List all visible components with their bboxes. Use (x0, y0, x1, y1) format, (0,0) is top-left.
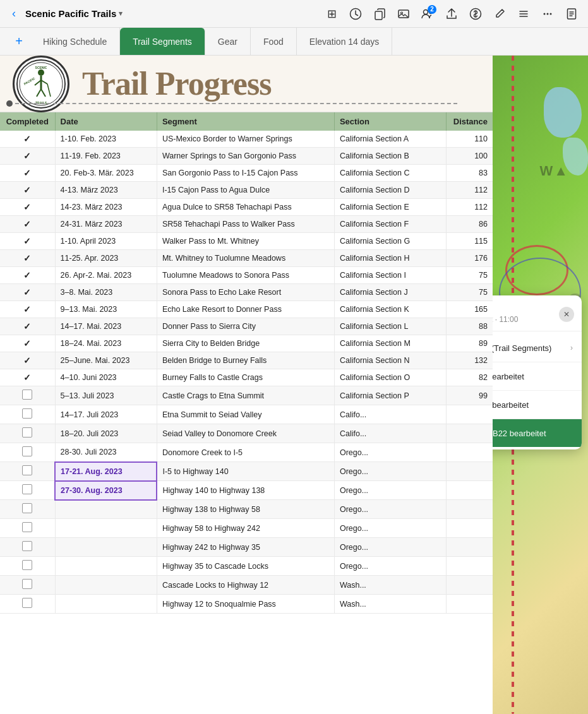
table-row[interactable]: Highway 58 to Highway 242Orego... (0, 519, 493, 538)
cell-section: California Section C (334, 165, 446, 182)
tab-trail-segments[interactable]: Trail Segments (120, 28, 205, 55)
table-row[interactable]: ✓11-25. Apr. 2023Mt. Whitney to Tuolumne… (0, 250, 493, 267)
checkbox-empty-icon[interactable] (22, 408, 32, 419)
table-row[interactable]: ✓4–10. Juni 2023Burney Falls to Castle C… (0, 369, 493, 386)
cell-completed[interactable] (0, 576, 55, 595)
table-row[interactable]: 18–20. Juli 2023Seiad Valley to Donomore… (0, 424, 493, 443)
table-row[interactable]: ✓14-23. März 2023Agua Dulce to SR58 Teha… (0, 199, 493, 216)
table-row[interactable]: 27-30. Aug. 2023Highway 140 to Highway 1… (0, 481, 493, 500)
table-row[interactable]: Highway 242 to Highway 35Orego... (0, 538, 493, 557)
tab-food[interactable]: Food (251, 28, 297, 55)
table-row[interactable]: ✓20. Feb-3. Mär. 2023San Gorgonio Pass t… (0, 165, 493, 182)
table-row[interactable]: 14–17. Juli 2023Etna Summit to Seiad Val… (0, 405, 493, 424)
cell-completed[interactable]: ✓ (0, 267, 55, 284)
checkbox-empty-icon[interactable] (22, 446, 32, 456)
tab-hiking-schedule[interactable]: Hiking Schedule (30, 28, 120, 55)
cell-completed[interactable] (0, 500, 55, 519)
data-table[interactable]: Completed Date Segment Section Distance … (0, 112, 493, 714)
cell-completed[interactable]: ✓ (0, 148, 55, 165)
cell-completed[interactable] (0, 462, 55, 481)
checkbox-empty-icon[interactable] (22, 598, 32, 608)
comment-item-3[interactable]: Zellen BB221 und B22 bearbeitet (493, 419, 582, 447)
cell-completed[interactable] (0, 595, 55, 614)
cell-completed[interactable]: ✓ (0, 216, 55, 233)
list-icon[interactable] (512, 3, 535, 25)
checkbox-empty-icon[interactable] (22, 522, 32, 532)
clock-icon[interactable] (344, 3, 367, 25)
tab-elevation[interactable]: Elevation 14 days (297, 28, 393, 55)
cell-completed[interactable] (0, 424, 55, 443)
checkbox-empty-icon[interactable] (22, 427, 32, 437)
comment-item-2[interactable]: Zellen in B11:B20 bearbeitet (493, 391, 582, 419)
cell-completed[interactable]: ✓ (0, 301, 55, 318)
cell-distance (446, 462, 493, 481)
cell-completed[interactable]: ✓ (0, 199, 55, 216)
checkbox-empty-icon[interactable] (22, 465, 32, 475)
table-row[interactable]: ✓11-19. Feb. 2023Warner Springs to San G… (0, 148, 493, 165)
cell-completed[interactable]: ✓ (0, 352, 55, 369)
table-row[interactable]: Highway 12 to Snoqualmie PassWash... (0, 595, 493, 614)
cell-completed[interactable] (0, 557, 55, 576)
cell-completed[interactable]: ✓ (0, 335, 55, 352)
cell-segment: Highway 35 to Cascade Locks (157, 557, 334, 576)
table-row[interactable]: ✓25–June. Mai. 2023Belden Bridge to Burn… (0, 352, 493, 369)
cell-completed[interactable]: ✓ (0, 182, 55, 199)
table-row[interactable]: Cascade Locks to Highway 12Wash... (0, 576, 493, 595)
cell-segment: Highway 58 to Highway 242 (157, 519, 334, 538)
checkbox-empty-icon[interactable] (22, 503, 32, 513)
checkbox-empty-icon[interactable] (22, 484, 32, 494)
table-row[interactable]: ✓24-31. März 2023SR58 Tehachapi Pass to … (0, 216, 493, 233)
cell-completed[interactable]: ✓ (0, 369, 55, 386)
table-row[interactable]: Highway 138 to Highway 58Orego... (0, 500, 493, 519)
cell-date (55, 500, 157, 519)
checkbox-empty-icon[interactable] (22, 560, 32, 570)
table-row[interactable]: 17-21. Aug. 2023I-5 to Highway 140Orego.… (0, 462, 493, 481)
cell-completed[interactable]: ✓ (0, 233, 55, 250)
comment-section-title-row[interactable]: Section Schedule (Trail Segments) › (493, 334, 582, 362)
cell-completed[interactable] (0, 405, 55, 424)
photo-icon[interactable] (392, 3, 415, 25)
comment-item-1[interactable]: Zellen in B2:B10 bearbeitet (493, 362, 582, 391)
currency-icon[interactable] (464, 3, 487, 25)
collab-icon[interactable]: 2 (416, 3, 439, 25)
cell-completed[interactable] (0, 386, 55, 405)
cell-completed[interactable] (0, 538, 55, 557)
cell-completed[interactable] (0, 519, 55, 538)
checkbox-empty-icon[interactable] (22, 390, 32, 400)
grid-icon[interactable]: ⊞ (320, 3, 343, 25)
back-button[interactable]: ‹ (5, 5, 23, 23)
table-row[interactable]: ✓1-10. April 2023Walker Pass to Mt. Whit… (0, 233, 493, 250)
table-row[interactable]: ✓18–24. Mai. 2023Sierra City to Belden B… (0, 335, 493, 352)
cell-completed[interactable]: ✓ (0, 284, 55, 301)
cell-completed[interactable]: ✓ (0, 318, 55, 335)
cell-completed[interactable]: ✓ (0, 250, 55, 267)
table-row[interactable]: ✓9–13. Mai. 2023Echo Lake Resort to Donn… (0, 301, 493, 318)
checkbox-empty-icon[interactable] (22, 541, 32, 551)
more-icon[interactable] (536, 3, 559, 25)
cell-completed[interactable] (0, 481, 55, 500)
table-row[interactable]: ✓26. Apr-2. Mai. 2023Tuolumne Meadows to… (0, 267, 493, 284)
table-row[interactable]: Highway 35 to Cascade LocksOrego... (0, 557, 493, 576)
table-row[interactable]: ✓1-10. Feb. 2023US-Mexico Border to Warn… (0, 131, 493, 148)
table-row[interactable]: ✓3–8. Mai. 2023Sonora Pass to Echo Lake … (0, 284, 493, 301)
app-title[interactable]: Scenic Pacific Trails ▾ (25, 8, 123, 19)
comment-close-button[interactable]: ✕ (559, 307, 574, 322)
cell-completed[interactable]: ✓ (0, 165, 55, 182)
checkmark-icon: ✓ (23, 219, 31, 229)
cell-section: California Section O (334, 369, 446, 386)
svg-text:SCENIC: SCENIC (35, 66, 47, 69)
copy-icon[interactable] (368, 3, 391, 25)
cell-completed[interactable] (0, 443, 55, 462)
comment-item-1-text: Zellen in B2:B10 bearbeitet (493, 372, 573, 381)
checkbox-empty-icon[interactable] (22, 579, 32, 589)
doc-icon[interactable] (560, 3, 583, 25)
table-row[interactable]: 5–13. Juli 2023Castle Crags to Etna Summ… (0, 386, 493, 405)
share-icon[interactable] (440, 3, 463, 25)
table-row[interactable]: ✓4-13. März 2023I-15 Cajon Pass to Agua … (0, 182, 493, 199)
tab-gear[interactable]: Gear (205, 28, 251, 55)
table-row[interactable]: 28-30. Juli 2023Donomore Creek to I-5Ore… (0, 443, 493, 462)
markup-icon[interactable] (488, 3, 511, 25)
cell-completed[interactable]: ✓ (0, 131, 55, 148)
add-tab-button[interactable]: + (8, 28, 30, 55)
table-row[interactable]: ✓14–17. Mai. 2023Donner Pass to Sierra C… (0, 318, 493, 335)
